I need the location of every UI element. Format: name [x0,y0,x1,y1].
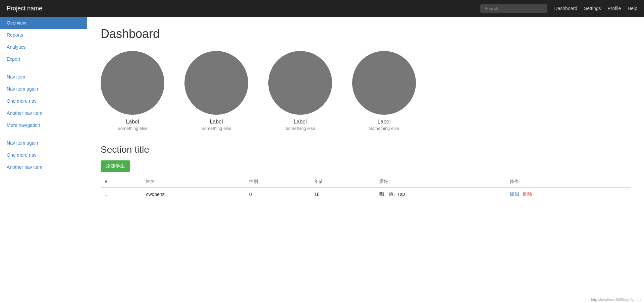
col-gender: 性别 [245,176,310,188]
card-3-sublabel: Something else [285,126,315,131]
col-actions: 操作 [506,176,631,188]
sidebar: Overview Reports Analytics Export Nav it… [0,17,87,303]
nav-dashboard-link[interactable]: Dashboard [554,6,577,11]
sidebar-item-overview[interactable]: Overview [0,17,87,29]
card-2: Label Something else [184,51,248,131]
card-2-sublabel: Something else [201,126,231,131]
card-1: Label Something else [101,51,164,131]
main-content: Dashboard Label Something else Label Som… [87,17,644,303]
add-student-button[interactable]: 添加学生 [101,160,130,172]
sidebar-divider-2 [0,134,87,134]
sidebar-item-analytics[interactable]: Analytics [0,41,87,53]
table-body: 1 cwdbenz 0 18 唱、跳、rap 编辑 删除 [101,188,631,201]
search-container [480,4,547,13]
delete-link[interactable]: 删除 [523,191,532,197]
footer-hint: http://localhost:8080/sys/ymhe [591,298,641,302]
col-name: 姓名 [142,176,245,188]
sidebar-item-export[interactable]: Export [0,53,87,65]
card-4-label: Label [377,119,390,125]
section-title: Section title [101,144,631,155]
sidebar-item-nav-item-again[interactable]: Nav item again [0,83,87,95]
card-2-label: Label [210,119,223,125]
card-3-circle [268,51,332,115]
sidebar-item-nav-item-again-2[interactable]: Nav item again [0,137,87,149]
navbar: Project name Dashboard Settings Profile … [0,0,644,17]
brand-title: Project name [7,5,42,12]
sidebar-item-reports[interactable]: Reports [0,29,87,41]
nav-settings-link[interactable]: Settings [584,6,601,11]
card-2-circle [184,51,248,115]
card-4: Label Something else [352,51,416,131]
card-4-circle [352,51,416,115]
cell-actions: 编辑 删除 [506,188,631,201]
nav-help-link[interactable]: Help [628,6,637,11]
cell-gender: 0 [245,188,310,201]
layout: Overview Reports Analytics Export Nav it… [0,17,644,303]
page-title: Dashboard [101,27,631,41]
col-age: 年龄 [310,176,375,188]
cards-row: Label Something else Label Something els… [101,51,631,131]
table-row: 1 cwdbenz 0 18 唱、跳、rap 编辑 删除 [101,188,631,201]
table-header-row: # 姓名 性别 年龄 爱好 操作 [101,176,631,188]
card-3-label: Label [293,119,307,125]
sidebar-item-nav-item[interactable]: Nav item [0,71,87,83]
sidebar-divider-1 [0,68,87,68]
sidebar-item-more-navigation[interactable]: More navigation [0,119,87,131]
col-hobby: 爱好 [375,176,506,188]
card-1-circle [101,51,164,115]
card-3: Label Something else [268,51,332,131]
edit-link[interactable]: 编辑 [510,191,519,197]
nav-profile-link[interactable]: Profile [608,6,621,11]
cell-name: cwdbenz [142,188,245,201]
search-input[interactable] [480,4,547,13]
col-id: # [101,176,142,188]
navbar-links: Dashboard Settings Profile Help [554,6,637,11]
data-table: # 姓名 性别 年龄 爱好 操作 1 cwdbenz 0 18 唱、跳、rap … [101,176,631,201]
card-1-sublabel: Something else [117,126,148,131]
card-4-sublabel: Something else [369,126,399,131]
sidebar-item-another-nav[interactable]: Another nav item [0,107,87,119]
card-1-label: Label [126,119,139,125]
sidebar-item-one-more-nav-2[interactable]: One more nav [0,149,87,161]
table-header: # 姓名 性别 年龄 爱好 操作 [101,176,631,188]
sidebar-item-one-more-nav[interactable]: One more nav [0,95,87,107]
cell-age: 18 [310,188,375,201]
cell-id: 1 [101,188,142,201]
cell-hobby: 唱、跳、rap [375,188,506,201]
sidebar-item-another-nav-2[interactable]: Another nav item [0,161,87,173]
